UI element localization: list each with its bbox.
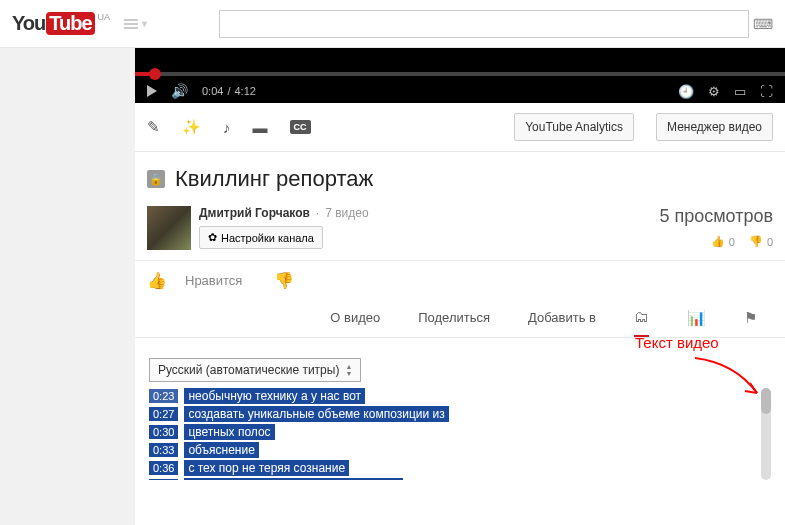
cc-icon[interactable]: CC bbox=[290, 120, 311, 134]
time-current: 0:04 bbox=[202, 85, 223, 97]
fullscreen-icon[interactable]: ⛶ bbox=[760, 84, 773, 99]
progress-track[interactable] bbox=[135, 72, 785, 76]
transcript-row[interactable]: 0:40им только для себя но и для друзей а bbox=[149, 478, 771, 480]
edit-icon[interactable]: ✎ bbox=[147, 118, 160, 136]
tab-add-to[interactable]: Добавить в bbox=[528, 310, 596, 335]
transcript-row[interactable]: 0:30цветных полос bbox=[149, 424, 771, 440]
watch-later-icon[interactable]: 🕘 bbox=[678, 84, 694, 99]
transcript-text: им только для себя но и для друзей а bbox=[184, 478, 402, 480]
video-player[interactable]: 🔊 0:04 / 4:12 🕘 ⚙ ▭ ⛶ bbox=[135, 48, 785, 103]
channel-avatar[interactable] bbox=[147, 206, 191, 250]
dislike-count-icon: 👎 bbox=[749, 235, 763, 248]
tab-share[interactable]: Поделиться bbox=[418, 310, 490, 335]
logo-text-you: You bbox=[12, 12, 45, 35]
transcript-text: создавать уникальные объеме композиции и… bbox=[184, 406, 448, 422]
transcript-timestamp: 0:27 bbox=[149, 407, 178, 421]
transcript-language-select[interactable]: Русский (автоматические титры) ▲▼ bbox=[149, 358, 361, 382]
keyboard-icon[interactable]: ⌨ bbox=[753, 16, 773, 32]
analytics-button[interactable]: YouTube Analytics bbox=[514, 113, 634, 141]
time-sep: / bbox=[227, 85, 230, 97]
select-spinner-icon: ▲▼ bbox=[345, 364, 352, 377]
logo-region: UA bbox=[98, 12, 111, 22]
audio-icon[interactable]: ♪ bbox=[223, 119, 231, 136]
like-button-icon[interactable]: 👍 bbox=[147, 271, 167, 290]
transcript-row[interactable]: 0:27создавать уникальные объеме композиц… bbox=[149, 406, 771, 422]
transcript-row[interactable]: 0:23необычную технику а у нас вот bbox=[149, 388, 771, 404]
tab-stats-icon[interactable]: 📊 bbox=[687, 309, 706, 337]
channel-settings-button[interactable]: ✿ Настройки канала bbox=[199, 226, 323, 249]
dot-sep: · bbox=[316, 206, 319, 220]
transcript-row[interactable]: 0:36с тех пор не теряя сознание bbox=[149, 460, 771, 476]
transcript-text: объяснение bbox=[184, 442, 258, 458]
view-count: 5 просмотров bbox=[659, 206, 773, 227]
transcript-text: необычную технику а у нас вот bbox=[184, 388, 365, 404]
channel-name[interactable]: Дмитрий Горчаков bbox=[199, 206, 310, 220]
video-manager-button[interactable]: Менеджер видео bbox=[656, 113, 773, 141]
transcript-row[interactable]: 0:33объяснение bbox=[149, 442, 771, 458]
left-gutter bbox=[0, 48, 135, 525]
video-title: Квиллинг репортаж bbox=[175, 166, 373, 192]
annotations-icon[interactable]: ▬ bbox=[253, 119, 268, 136]
tab-transcript-icon[interactable]: 🗂 bbox=[634, 308, 649, 337]
transcript-scrollbar[interactable] bbox=[761, 388, 771, 480]
tab-flag-icon[interactable]: ⚑ bbox=[744, 309, 757, 337]
dislike-count: 0 bbox=[767, 236, 773, 248]
enhance-icon[interactable]: ✨ bbox=[182, 118, 201, 136]
transcript-text: с тех пор не теряя сознание bbox=[184, 460, 349, 476]
logo-text-tube: Tube bbox=[46, 12, 94, 35]
transcript-timestamp: 0:36 bbox=[149, 461, 178, 475]
search-input[interactable] bbox=[219, 10, 749, 38]
volume-icon[interactable]: 🔊 bbox=[171, 83, 188, 99]
tab-about[interactable]: О видео bbox=[330, 310, 380, 335]
guide-menu-icon[interactable] bbox=[124, 19, 138, 29]
time-duration: 4:12 bbox=[234, 85, 255, 97]
transcript-text: цветных полос bbox=[184, 424, 274, 440]
transcript-language-label: Русский (автоматические титры) bbox=[158, 363, 339, 377]
like-button-label[interactable]: Нравится bbox=[185, 273, 242, 288]
like-count-icon: 👍 bbox=[711, 235, 725, 248]
youtube-logo[interactable]: You Tube UA bbox=[12, 12, 110, 35]
transcript-timestamp: 0:23 bbox=[149, 389, 178, 403]
privacy-icon: 🔒 bbox=[147, 170, 165, 188]
play-icon[interactable] bbox=[147, 85, 157, 97]
transcript-timestamp: 0:33 bbox=[149, 443, 178, 457]
dislike-button-icon[interactable]: 👎 bbox=[274, 271, 294, 290]
channel-settings-label: Настройки канала bbox=[221, 232, 314, 244]
guide-caret-icon: ▼ bbox=[140, 19, 149, 29]
transcript-timestamp: 0:30 bbox=[149, 425, 178, 439]
settings-gear-icon[interactable]: ⚙ bbox=[708, 84, 720, 99]
transcript-timestamp: 0:40 bbox=[149, 479, 178, 480]
theater-icon[interactable]: ▭ bbox=[734, 84, 746, 99]
progress-thumb[interactable] bbox=[149, 68, 161, 80]
channel-video-count[interactable]: 7 видео bbox=[325, 206, 368, 220]
gear-icon: ✿ bbox=[208, 231, 217, 244]
like-count: 0 bbox=[729, 236, 735, 248]
